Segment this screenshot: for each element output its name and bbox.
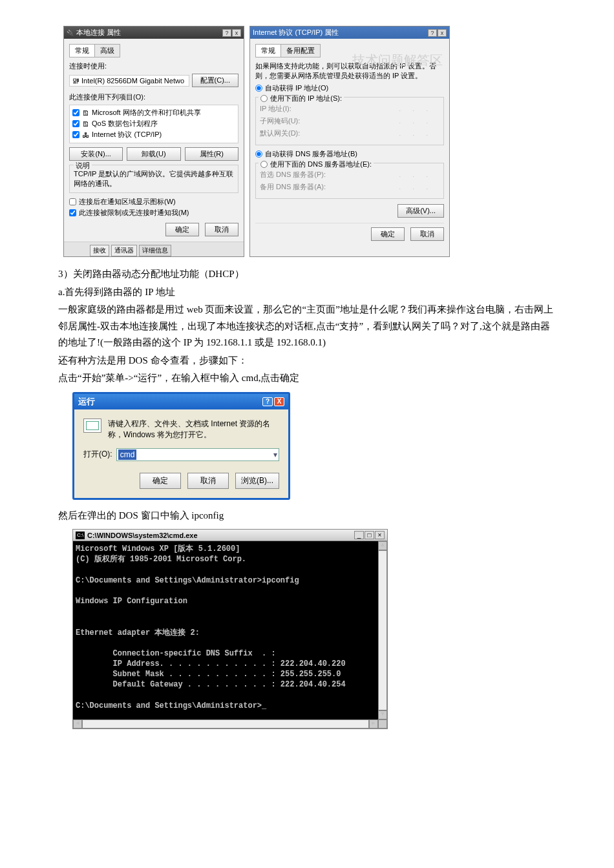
connect-label: 连接时使用: bbox=[69, 61, 238, 71]
text-para1: 一般家庭级的路由器都是用过 web 页面来设置，那么它的“主页面”地址是什么呢？… bbox=[58, 302, 556, 351]
tcpip-properties: Internet 协议 (TCP/IP) 属性 ? x 技术问题解答区 常规 备… bbox=[249, 26, 450, 257]
cb-tcpip[interactable] bbox=[72, 131, 79, 138]
radio-manual-dns[interactable] bbox=[260, 161, 268, 168]
radio-manual-ip[interactable] bbox=[260, 95, 268, 102]
radio-auto-ip[interactable] bbox=[255, 85, 262, 92]
ok-button[interactable]: 确定 bbox=[140, 473, 181, 489]
ok-button[interactable]: 确定 bbox=[165, 223, 199, 236]
tab-general[interactable]: 常规 bbox=[255, 44, 281, 57]
tab-recv[interactable]: 接收 bbox=[90, 245, 109, 256]
close-button[interactable]: × bbox=[375, 531, 385, 539]
radio-auto-dns[interactable] bbox=[255, 150, 262, 158]
tab-alt[interactable]: 备用配置 bbox=[281, 44, 321, 57]
run-icon bbox=[83, 418, 101, 433]
help-button[interactable]: ? bbox=[262, 397, 273, 406]
cmd-output[interactable]: Microsoft Windows XP [版本 5.1.2600] (C) 版… bbox=[73, 541, 387, 728]
install-button[interactable]: 安装(N)... bbox=[69, 147, 123, 161]
cancel-button[interactable]: 取消 bbox=[187, 473, 229, 489]
min-button[interactable]: _ bbox=[354, 531, 364, 539]
max-button[interactable]: □ bbox=[365, 531, 374, 539]
cmd-titlebar[interactable]: C:\ C:\WINDOWS\system32\cmd.exe _ □ × bbox=[73, 530, 387, 541]
pref-dns-field: . . . bbox=[337, 172, 439, 178]
configure-button[interactable]: 配置(C)... bbox=[192, 74, 238, 87]
help-button[interactable]: ? bbox=[222, 29, 231, 37]
tab-comm[interactable]: 通讯器 bbox=[111, 245, 137, 256]
titlebar[interactable]: 🔌 本地连接 属性 ? x bbox=[64, 26, 244, 39]
title: 本地连接 属性 bbox=[76, 28, 121, 37]
cmd-icon: C:\ bbox=[76, 532, 85, 539]
gw-field: . . . bbox=[337, 130, 439, 137]
close-button[interactable]: x bbox=[438, 29, 447, 37]
text-para4: 然后在弹出的 DOS 窗口中输入 ipconfig bbox=[58, 508, 556, 524]
tab-general[interactable]: 常规 bbox=[69, 44, 95, 57]
vscrollbar[interactable]: ▲▼ bbox=[378, 541, 387, 719]
titlebar[interactable]: Internet 协议 (TCP/IP) 属性 ? x bbox=[250, 26, 449, 39]
desc-legend: 说明 bbox=[74, 161, 92, 170]
run-titlebar[interactable]: 运行 ? X bbox=[74, 394, 288, 409]
cmd-window: C:\ C:\WINDOWS\system32\cmd.exe _ □ × Mi… bbox=[72, 529, 388, 729]
text-para2: 还有种方法是用 DOS 命令查看，步骤如下： bbox=[58, 353, 556, 369]
text-para3: 点击“开始”菜单->“运行”，在输入框中输入 cmd,点击确定 bbox=[58, 370, 556, 387]
run-dialog: 运行 ? X 请键入程序、文件夹、文档或 Internet 资源的名称，Wind… bbox=[72, 392, 290, 500]
desc-text: TCP/IP 是默认的广域网协议。它提供跨越多种互联网络的通讯。 bbox=[74, 169, 234, 189]
cb-file-share[interactable] bbox=[72, 109, 79, 116]
advanced-button[interactable]: 高级(V)... bbox=[397, 204, 444, 218]
uninstall-button[interactable]: 卸载(U) bbox=[127, 147, 180, 161]
close-button[interactable]: X bbox=[274, 397, 284, 406]
tab-advanced[interactable]: 高级 bbox=[94, 44, 120, 57]
cancel-button[interactable]: 取消 bbox=[205, 223, 238, 236]
cb-tray-icon[interactable] bbox=[69, 198, 76, 205]
browse-button[interactable]: 浏览(B)... bbox=[235, 473, 279, 489]
run-desc: 请键入程序、文件夹、文档或 Internet 资源的名称，Windows 将为您… bbox=[108, 418, 279, 440]
close-button[interactable]: x bbox=[232, 29, 241, 37]
components-list[interactable]: 🖻 Microsoft 网络的文件和打印机共享 🖻 QoS 数据包计划程序 🖧 … bbox=[69, 105, 238, 143]
cb-notify[interactable] bbox=[69, 209, 76, 216]
ok-button[interactable]: 确定 bbox=[371, 227, 405, 241]
mask-field: . . . bbox=[337, 118, 439, 125]
tab-detail[interactable]: 详细信息 bbox=[139, 245, 171, 256]
adapter-field: 🖳 Intel(R) 82566DM Gigabit Netwo bbox=[69, 75, 189, 87]
open-combobox[interactable]: cmd ▾ bbox=[116, 448, 279, 461]
uses-label: 此连接使用下列项目(O): bbox=[69, 92, 238, 102]
window-icon: 🔌 bbox=[67, 30, 74, 36]
top-note: 如果网络支持此功能，则可以获取自动指派的 IP 设置。否则，您需要从网络系统管理… bbox=[255, 61, 444, 81]
cancel-button[interactable]: 取消 bbox=[410, 227, 444, 241]
ip-field: . . . bbox=[337, 106, 439, 112]
open-label: 打开(O): bbox=[83, 449, 112, 460]
alt-dns-field: . . . bbox=[337, 184, 439, 191]
help-button[interactable]: ? bbox=[428, 29, 437, 37]
local-connection-properties: 🔌 本地连接 属性 ? x 常规 高级 连接时使用: 🖳 Intel(R) 82… bbox=[63, 26, 244, 257]
cb-qos[interactable] bbox=[72, 120, 79, 127]
text-step3: 3）关闭路由器动态分配地址功能（DHCP） bbox=[58, 266, 556, 283]
properties-button[interactable]: 属性(R) bbox=[185, 147, 238, 161]
title: Internet 协议 (TCP/IP) 属性 bbox=[253, 28, 339, 37]
hscrollbar[interactable]: ◀▶ bbox=[73, 719, 387, 728]
text-step-a: a.首先得到路由器的 IP 地址 bbox=[58, 284, 556, 301]
